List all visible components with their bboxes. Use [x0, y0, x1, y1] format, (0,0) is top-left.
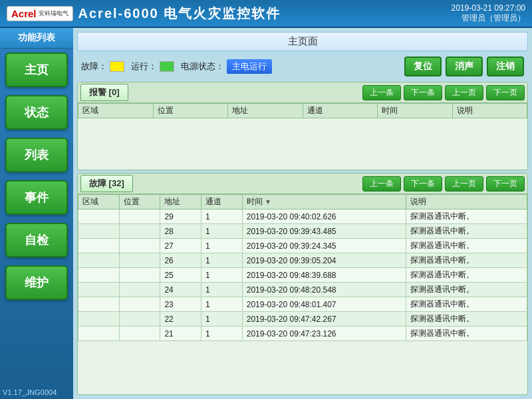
run-status: 运行： [131, 61, 174, 72]
alert-col-region: 区域 [78, 104, 154, 118]
alert-next-page-button[interactable]: 下一页 [486, 85, 525, 100]
alert-col-desc: 说明 [452, 104, 527, 118]
fault-next-item-button[interactable]: 下一条 [404, 176, 442, 192]
fault-cell-desc: 探测器通讯中断。 [406, 268, 527, 283]
fault-table-row[interactable]: 2112019-03-20 09:47:23.126探测器通讯中断。 [78, 327, 527, 341]
fault-cell-time: 2019-03-20 09:48:39.688 [242, 268, 406, 283]
fault-table-row[interactable]: 2812019-03-20 09:39:43.485探测器通讯中断。 [78, 224, 527, 239]
sidebar-item-home[interactable]: 主页 [5, 53, 68, 87]
alert-col-channel: 通道 [303, 104, 378, 118]
status-bar: 故障： 运行： 电源状态： 主电运行 复位 消声 注销 [77, 54, 528, 79]
alert-col-time: 时间 [378, 104, 453, 118]
fault-cell-desc: 探测器通讯中断。 [406, 283, 527, 297]
fault-next-page-button[interactable]: 下一页 [486, 176, 525, 192]
alert-nav-buttons: 上一条 下一条 上一页 下一页 [362, 85, 525, 100]
fault-col-address: 地址 [160, 195, 201, 209]
fault-cell-time: 2019-03-20 09:40:02.626 [242, 209, 406, 224]
sidebar-item-selfcheck[interactable]: 自检 [5, 223, 68, 257]
fault-cell-region [78, 312, 120, 327]
fault-cell-channel: 1 [201, 312, 243, 327]
datetime: 2019-03-21 09:27:00 [452, 3, 525, 13]
fault-cell-location [119, 327, 160, 341]
fault-cell-location [119, 297, 160, 312]
fault-status: 故障： [81, 61, 124, 72]
fault-table-row[interactable]: 2412019-03-20 09:48:20.548探测器通讯中断。 [78, 283, 527, 297]
fault-panel: 故障 [32] 上一条 下一条 上一页 下一页 区域 位置 地址 通道 时间 ▼… [77, 173, 528, 395]
header-left: Acrel 安科瑞电气 Acrel-6000 电气火灾监控软件 [7, 5, 281, 23]
fault-cell-desc: 探测器通讯中断。 [406, 297, 527, 312]
fault-cell-location [119, 268, 160, 283]
fault-prev-item-button[interactable]: 上一条 [362, 176, 401, 192]
alert-prev-item-button[interactable]: 上一条 [362, 85, 401, 100]
alert-col-location: 位置 [153, 104, 228, 118]
sidebar: 功能列表 主页 状态 列表 事件 自检 维护 V1.17_JNG0004 [0, 28, 73, 399]
fault-tab[interactable]: 故障 [32] [80, 175, 133, 192]
sidebar-item-list[interactable]: 列表 [5, 138, 68, 172]
fault-cell-channel: 1 [201, 268, 243, 283]
sidebar-item-status[interactable]: 状态 [5, 95, 68, 130]
fault-panel-header: 故障 [32] 上一条 下一条 上一页 下一页 [78, 174, 527, 194]
alert-panel: 报警 [0] 上一条 下一条 上一页 下一页 区域 位置 地址 通道 时间 说明 [77, 82, 528, 170]
fault-cell-time: 2019-03-20 09:39:43.485 [242, 224, 406, 239]
fault-col-time: 时间 ▼ [242, 195, 406, 209]
reset-button[interactable]: 复位 [404, 57, 442, 76]
alert-prev-page-button[interactable]: 上一页 [445, 85, 483, 100]
fault-cell-desc: 探测器通讯中断。 [406, 239, 527, 253]
sidebar-header: 功能列表 [0, 28, 73, 49]
sidebar-item-event[interactable]: 事件 [5, 180, 68, 215]
fault-cell-region [78, 268, 120, 283]
fault-cell-location [119, 224, 160, 239]
page-title: 主页面 [77, 32, 528, 51]
fault-table-row[interactable]: 2612019-03-20 09:39:05.204探测器通讯中断。 [78, 253, 527, 268]
fault-cell-region [78, 239, 120, 253]
fault-cell-time: 2019-03-20 09:39:24.345 [242, 239, 406, 253]
fault-cell-desc: 探测器通讯中断。 [406, 312, 527, 327]
logo-icon: Acrel [11, 8, 37, 19]
alert-col-address: 地址 [228, 104, 303, 118]
fault-cell-location [119, 283, 160, 297]
fault-cell-address: 23 [160, 297, 201, 312]
fault-cell-desc: 探测器通讯中断。 [406, 253, 527, 268]
fault-cell-location [119, 253, 160, 268]
fault-table-row[interactable]: 2312019-03-20 09:48:01.407探测器通讯中断。 [78, 297, 527, 312]
fault-table-row[interactable]: 2712019-03-20 09:39:24.345探测器通讯中断。 [78, 239, 527, 253]
header-right: 2019-03-21 09:27:00 管理员（管理员） [452, 3, 525, 24]
fault-cell-region [78, 283, 120, 297]
power-status-item: 电源状态： 主电运行 [181, 59, 272, 74]
fault-nav-buttons: 上一条 下一条 上一页 下一页 [362, 176, 525, 192]
main-content: 主页面 故障： 运行： 电源状态： 主电运行 复位 消声 注销 报警 [0] 上… [73, 28, 532, 399]
app-title: Acrel-6000 电气火灾监控软件 [78, 5, 281, 23]
fault-cell-time: 2019-03-20 09:47:42.267 [242, 312, 406, 327]
fault-cell-time: 2019-03-20 09:47:23.126 [242, 327, 406, 341]
fault-cell-address: 29 [160, 209, 201, 224]
fault-table-row[interactable]: 2212019-03-20 09:47:42.267探测器通讯中断。 [78, 312, 527, 327]
fault-cell-channel: 1 [201, 239, 243, 253]
cancel-button[interactable]: 注销 [487, 57, 524, 76]
fault-table-row[interactable]: 2912019-03-20 09:40:02.626探测器通讯中断。 [78, 209, 527, 224]
fault-table-container: 区域 位置 地址 通道 时间 ▼ 说明 2912019-03-20 09:40:… [78, 194, 527, 394]
fault-table: 区域 位置 地址 通道 时间 ▼ 说明 2912019-03-20 09:40:… [78, 194, 527, 341]
fault-label: 故障： [81, 61, 107, 72]
logo-box: Acrel 安科瑞电气 [7, 6, 73, 21]
logo-sub: 安科瑞电气 [39, 10, 68, 17]
fault-cell-channel: 1 [201, 224, 243, 239]
alert-panel-header: 报警 [0] 上一条 下一条 上一页 下一页 [78, 82, 527, 103]
fault-table-row[interactable]: 2512019-03-20 09:48:39.688探测器通讯中断。 [78, 268, 527, 283]
alert-next-item-button[interactable]: 下一条 [404, 85, 442, 100]
fault-col-channel: 通道 [201, 195, 243, 209]
fault-cell-desc: 探测器通讯中断。 [406, 224, 527, 239]
fault-cell-time: 2019-03-20 09:48:01.407 [242, 297, 406, 312]
power-label: 电源状态： [181, 61, 224, 72]
fault-cell-address: 21 [160, 327, 201, 341]
fault-cell-address: 27 [160, 239, 201, 253]
alert-tab[interactable]: 报警 [0] [80, 84, 128, 101]
fault-cell-location [119, 239, 160, 253]
fault-prev-page-button[interactable]: 上一页 [445, 176, 483, 192]
mute-button[interactable]: 消声 [446, 57, 483, 76]
sidebar-item-maintenance[interactable]: 维护 [5, 265, 68, 300]
fault-cell-channel: 1 [201, 327, 243, 341]
fault-cell-desc: 探测器通讯中断。 [406, 209, 527, 224]
run-label: 运行： [131, 61, 157, 72]
fault-col-region: 区域 [78, 195, 120, 209]
fault-cell-channel: 1 [201, 283, 243, 297]
